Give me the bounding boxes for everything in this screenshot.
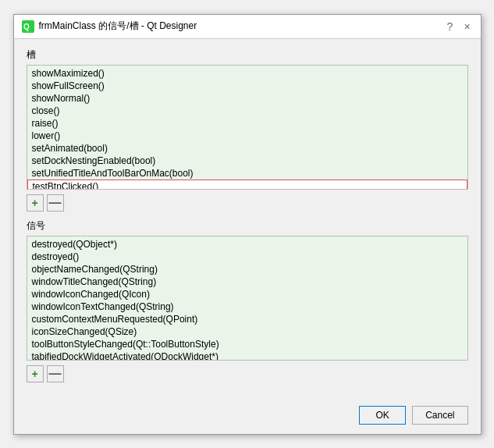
list-item[interactable]: setUnifiedTitleAndToolBarOnMac(bool) — [27, 167, 467, 180]
signals-list[interactable]: destroyed(QObject*)destroyed()objectName… — [27, 236, 468, 361]
list-item[interactable]: lower() — [27, 130, 467, 142]
svg-text:Q: Q — [23, 23, 30, 31]
list-item[interactable]: windowTitleChanged(QString) — [27, 276, 467, 288]
signals-label: 信号 — [27, 219, 468, 233]
list-item[interactable]: raise() — [27, 117, 467, 130]
list-item[interactable]: destroyed(QObject*) — [27, 238, 467, 251]
list-item[interactable]: windowIconTextChanged(QString) — [27, 300, 467, 313]
dialog-title: frmMainClass 的信号/槽 - Qt Designer — [39, 20, 197, 33]
list-item[interactable]: showNormal() — [27, 92, 467, 105]
dialog-body: 槽 showMaximized()showFullScreen()showNor… — [14, 39, 481, 400]
slots-remove-button[interactable]: — — [47, 194, 64, 212]
list-item[interactable]: iconSizeChanged(QSize) — [27, 325, 467, 338]
list-item[interactable]: objectNameChanged(QString) — [27, 263, 467, 276]
list-item[interactable]: customContextMenuRequested(QPoint) — [27, 313, 467, 325]
signals-remove-button[interactable]: — — [47, 365, 64, 382]
slots-list[interactable]: showMaximized()showFullScreen()showNorma… — [27, 65, 468, 190]
slots-label: 槽 — [27, 48, 468, 62]
list-item[interactable]: showMaximized() — [27, 67, 467, 80]
signals-btn-row: + — — [27, 365, 468, 382]
close-button[interactable]: × — [460, 20, 474, 34]
app-icon: Q — [22, 20, 34, 33]
help-button[interactable]: ? — [443, 20, 457, 34]
list-item[interactable]: showFullScreen() — [27, 80, 467, 92]
list-item[interactable]: tabifiedDockWidgetActivated(QDockWidget*… — [27, 350, 467, 361]
title-bar-left: Q frmMainClass 的信号/槽 - Qt Designer — [22, 20, 197, 33]
main-dialog: Q frmMainClass 的信号/槽 - Qt Designer ? × 槽… — [13, 14, 482, 435]
list-item[interactable]: setAnimated(bool) — [27, 142, 467, 155]
list-item[interactable]: windowIconChanged(QIcon) — [27, 288, 467, 300]
slots-add-button[interactable]: + — [27, 194, 44, 212]
list-item[interactable]: destroyed() — [27, 251, 467, 263]
signals-add-button[interactable]: + — [27, 365, 44, 382]
title-bar: Q frmMainClass 的信号/槽 - Qt Designer ? × — [14, 15, 481, 39]
ok-button[interactable]: OK — [359, 406, 406, 425]
slots-btn-row: + — — [27, 194, 468, 212]
list-item[interactable]: setDockNestingEnabled(bool) — [27, 155, 467, 167]
dialog-footer: OK Cancel — [14, 400, 481, 434]
list-item[interactable]: close() — [27, 105, 467, 117]
title-bar-buttons: ? × — [443, 20, 474, 34]
signals-section: 信号 destroyed(QObject*)destroyed()objectN… — [27, 219, 468, 382]
slots-section: 槽 showMaximized()showFullScreen()showNor… — [27, 48, 468, 212]
list-item[interactable]: testBtnClicked() — [27, 180, 467, 190]
list-item[interactable]: toolButtonStyleChanged(Qt::ToolButtonSty… — [27, 338, 467, 350]
cancel-button[interactable]: Cancel — [412, 406, 467, 425]
